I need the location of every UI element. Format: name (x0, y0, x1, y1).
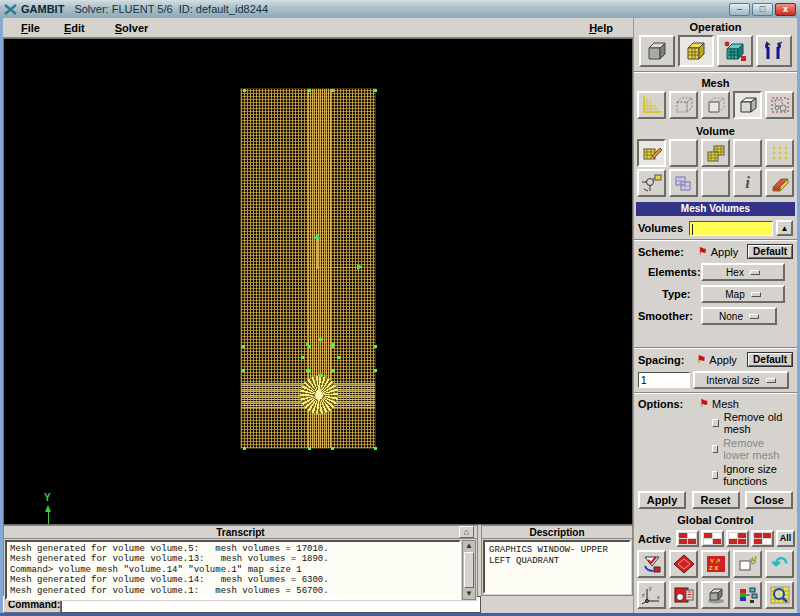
option-menu-dash-icon (751, 292, 761, 297)
volume-mesh-button[interactable] (733, 91, 762, 119)
delete-mesh-button[interactable] (765, 169, 794, 197)
apply-button[interactable]: Apply (638, 491, 686, 509)
option-ignore-label[interactable]: Ignore size functions (723, 463, 793, 487)
mesh-direction-marker (309, 229, 369, 271)
undo-button[interactable]: ↶ (765, 550, 794, 578)
description-header: Description (482, 526, 632, 539)
main-area: File Edit Solver Help Y X Z (3, 18, 633, 613)
geometry-command-button[interactable] (639, 35, 675, 67)
option-mesh-flag-icon[interactable]: ⚑ (699, 397, 709, 410)
orient-model-button[interactable] (669, 550, 698, 578)
scroll-up-icon[interactable]: ▲ (465, 541, 473, 551)
tools-command-button[interactable] (756, 35, 792, 67)
spacing-mode-value: Interval size (706, 375, 759, 386)
option-remove-lower-checkbox (712, 445, 718, 453)
transcript-log[interactable]: Mesh generated for volume volume.5: mesh… (5, 540, 461, 600)
colormap-button[interactable] (733, 581, 762, 609)
volumes-input[interactable] (689, 221, 773, 236)
boundary-layer-mesh-button[interactable] (637, 91, 666, 119)
volume-blank-button-2[interactable] (733, 139, 762, 167)
option-remove-lower-label: Remove lower mesh (723, 437, 793, 461)
menu-edit[interactable]: Edit (58, 20, 91, 36)
window-title: Solver: FLUENT 5/6 ID: default_id8244 (74, 3, 268, 15)
smoother-dropdown[interactable]: None (701, 307, 777, 325)
screen-annotation-button[interactable] (733, 550, 762, 578)
transcript-collapse-button[interactable]: ⌂ (459, 526, 474, 538)
volume-blank-button-3[interactable] (701, 169, 730, 197)
gambit-window: GAMBIT Solver: FLUENT 5/6 ID: default_id… (0, 0, 800, 616)
display-attributes-icon (673, 585, 695, 605)
mesh-command-button[interactable] (678, 35, 714, 67)
menu-solver[interactable]: Solver (109, 20, 155, 36)
group-mesh-button[interactable] (765, 91, 794, 119)
mesh-volumes-stack-button[interactable] (701, 139, 730, 167)
pick-up-arrow-icon: ▲ (781, 224, 789, 233)
eraser-icon (769, 173, 791, 193)
title-bar[interactable]: GAMBIT Solver: FLUENT 5/6 ID: default_id… (0, 0, 800, 18)
mesh-volumes-button[interactable] (637, 139, 666, 167)
spacing-apply-flag-icon[interactable]: ⚑ (696, 353, 706, 366)
quadrant-1-button[interactable] (676, 530, 699, 547)
scheme-default-button[interactable]: Default (747, 244, 793, 259)
graphics-window[interactable]: Y X Z (3, 38, 633, 525)
maximize-button[interactable]: □ (752, 3, 773, 16)
minimize-button[interactable]: – (729, 3, 750, 16)
scheme-apply-label[interactable]: Apply (711, 246, 739, 258)
svg-text:Z X: Z X (709, 565, 718, 571)
display-attributes-button[interactable] (669, 581, 698, 609)
transcript-header: Transcript ⌂ (4, 526, 477, 539)
edge-mesh-button[interactable] (669, 91, 698, 119)
close-form-button[interactable]: Close (745, 491, 793, 509)
transcript-line: Mesh generated for volume volume.14: mes… (10, 575, 456, 585)
mesh-section-title: Mesh (634, 74, 797, 90)
option-remove-old-label[interactable]: Remove old mesh (724, 411, 793, 435)
zones-command-button[interactable] (717, 35, 753, 67)
transcript-scrollbar[interactable]: ▲ ▼ (462, 540, 476, 600)
smoother-label: Smoother: (638, 310, 693, 322)
type-dropdown[interactable]: Map (701, 285, 785, 303)
app-name: GAMBIT (21, 3, 64, 15)
transcript-line: Command> volume mesh "volume.14" "volume… (10, 565, 456, 575)
tools-icon (760, 39, 788, 63)
undo-icon: ↶ (772, 555, 788, 573)
render-mode-button[interactable] (701, 581, 730, 609)
quadrant-4-button[interactable] (751, 530, 774, 547)
spacing-apply-label[interactable]: Apply (709, 354, 737, 366)
elements-dropdown[interactable]: Hex (701, 263, 785, 281)
volume-blank-button-1[interactable] (669, 139, 698, 167)
option-ignore-checkbox[interactable] (712, 471, 718, 479)
mesh-info-button[interactable]: i (733, 169, 762, 197)
all-quadrants-button[interactable]: All (776, 530, 795, 547)
spacing-mode-dropdown[interactable]: Interval size (693, 371, 789, 389)
close-button[interactable]: x (775, 3, 796, 16)
face-mesh-button[interactable] (701, 91, 730, 119)
option-mesh-label[interactable]: Mesh (712, 398, 739, 410)
quadrant-3-button[interactable] (726, 530, 749, 547)
face-mesh-icon (705, 95, 727, 115)
menu-file[interactable]: File (15, 20, 46, 36)
reset-button[interactable]: Reset (692, 491, 740, 509)
mesh-volume-icon (641, 143, 663, 163)
form-title: Mesh Volumes (636, 202, 795, 216)
axis-display-button[interactable]: y z x (637, 581, 666, 609)
link-mesh-button[interactable] (637, 169, 666, 197)
transcript-line: Mesh generated for volume volume.13: mes… (10, 554, 456, 564)
y-axis-label: Y (44, 492, 51, 503)
unmesh-volumes-button[interactable] (669, 169, 698, 197)
orient-diamond-icon (673, 554, 695, 574)
volumes-pick-button[interactable]: ▲ (776, 220, 793, 236)
fit-to-window-button[interactable] (637, 550, 666, 578)
scrollbar-thumb[interactable] (464, 552, 474, 588)
mesh-nodes-button[interactable] (765, 139, 794, 167)
operation-panel: Operation (633, 18, 797, 613)
quadrant-2-button[interactable] (701, 530, 724, 547)
orient-axes-button[interactable]: Y ↗ Z X (701, 550, 730, 578)
options-label: Options: (638, 398, 683, 410)
spacing-input[interactable] (638, 372, 690, 388)
option-remove-old-checkbox[interactable] (712, 419, 719, 427)
examine-mesh-button[interactable] (765, 581, 794, 609)
menu-help[interactable]: Help (583, 20, 619, 36)
spacing-default-button[interactable]: Default (747, 352, 793, 367)
scroll-down-icon[interactable]: ▼ (465, 589, 473, 599)
scheme-apply-flag-icon[interactable]: ⚑ (698, 245, 708, 258)
